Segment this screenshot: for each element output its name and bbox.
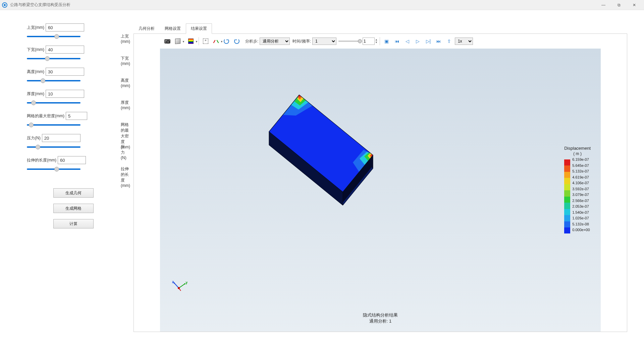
tab-mesh-settings[interactable]: 网格设置 <box>160 23 186 34</box>
minimize-button[interactable]: — <box>596 0 611 10</box>
legend-swatch <box>564 227 570 233</box>
tab-bar: 几何分析 网格设置 结果设置 <box>133 23 627 34</box>
time-freq-select[interactable]: 1 <box>312 38 336 45</box>
top-width-input[interactable] <box>46 23 84 31</box>
mesh-density-label: 网格的最大密度(mm) <box>27 113 64 119</box>
view-mode-button[interactable]: ▼ <box>173 37 182 46</box>
cube-icon <box>175 38 180 44</box>
stretch-length-display: 拉伸的长度(mm) <box>121 166 130 188</box>
skip-first-button[interactable]: ⏮ <box>392 37 402 46</box>
legend-value: 5.132e-08 <box>572 222 590 228</box>
color-legend: Displacement ( m ) 6.159e-075.645e-075.1… <box>564 146 591 234</box>
toolbar-separator <box>380 37 380 45</box>
toolbar-separator <box>199 37 199 45</box>
export-button[interactable]: ⇪ <box>444 37 454 46</box>
bottom-width-display: 下宽(mm) <box>121 56 130 66</box>
legend-value: 4.619e-07 <box>572 175 590 181</box>
axis-z-label: z <box>172 280 174 284</box>
legend-value: 4.106e-07 <box>572 181 590 187</box>
top-width-label: 上宽(mm) <box>27 25 44 30</box>
record-icon: ▣ <box>384 39 389 44</box>
legend-swatch <box>564 172 570 178</box>
step-forward-button[interactable]: ▷| <box>424 37 433 46</box>
titlebar: 公路与桥梁空心支撑结构受压分析 — ⧉ ✕ <box>0 0 644 10</box>
pressure-display: 压力(N) <box>121 144 126 160</box>
spinner-arrows-icon[interactable]: ▲▼ <box>375 39 378 44</box>
legend-swatch <box>564 178 570 184</box>
parameter-panel: 上宽(mm) 上宽(mm) 下宽(mm) 下宽(mm) 高度(mm) 高度(mm… <box>0 10 130 342</box>
pressure-slider[interactable] <box>27 146 80 148</box>
caption-line1: 隐式结构分析结果 <box>363 312 398 318</box>
generate-geometry-button[interactable]: 生成几何 <box>53 188 94 198</box>
generate-mesh-button[interactable]: 生成网格 <box>53 204 94 213</box>
bottom-width-label: 下宽(mm) <box>27 47 44 53</box>
stretch-length-input[interactable] <box>58 156 86 164</box>
rotate-ccw-button[interactable] <box>232 37 241 46</box>
tab-geometry-analysis[interactable]: 几何分析 <box>133 23 160 34</box>
rainbow-icon <box>188 39 194 44</box>
record-button[interactable]: ▣ <box>382 37 391 46</box>
colormap-button[interactable]: ▼ <box>186 37 196 46</box>
thickness-display: 厚度(mm) <box>121 100 130 110</box>
legend-value: 3.079e-07 <box>572 193 590 199</box>
chevron-down-icon: ▼ <box>182 40 185 43</box>
legend-swatch <box>564 190 570 196</box>
height-display: 高度(mm) <box>121 78 130 88</box>
app-title: 公路与桥梁空心支撑结构受压分析 <box>10 2 596 8</box>
step-back-button[interactable]: ◁ <box>403 37 412 46</box>
legend-title: Displacement <box>564 146 591 151</box>
viewer-toolbar: ▼ ▼ ▼ 分析步: 通用分析 时间/频率: 1 ▲▼ ▣ ⏮ ◁ ▷ ▷| ⏭ <box>159 34 627 49</box>
height-label: 高度(mm) <box>27 69 44 75</box>
compute-button[interactable]: 计算 <box>53 219 94 228</box>
analysis-step-select[interactable]: 通用分析 <box>260 38 290 45</box>
mesh-density-input[interactable] <box>66 112 87 120</box>
legend-swatch <box>564 209 570 215</box>
height-slider[interactable] <box>27 80 80 81</box>
mesh-density-slider[interactable] <box>27 124 80 126</box>
time-slider[interactable] <box>338 41 361 42</box>
svg-line-19 <box>179 283 185 288</box>
step-spinner[interactable] <box>363 38 375 45</box>
axis-icon <box>213 39 219 44</box>
step-back-icon: ◁ <box>406 39 409 44</box>
thickness-input[interactable] <box>46 90 84 98</box>
top-width-slider[interactable] <box>27 36 80 37</box>
thickness-slider[interactable] <box>27 102 80 104</box>
close-button[interactable]: ✕ <box>627 0 642 10</box>
legend-swatch <box>564 165 570 172</box>
caption-line2: 通用分析: 1 <box>363 318 398 324</box>
legend-swatch <box>564 159 570 165</box>
legend-color-bar <box>564 159 570 234</box>
maximize-button[interactable]: ⧉ <box>611 0 627 10</box>
top-width-display: 上宽(mm) <box>121 33 130 44</box>
axis-orientation-button[interactable]: ▼ <box>211 37 221 46</box>
legend-value: 3.592e-07 <box>572 187 590 193</box>
legend-value: 2.053e-07 <box>572 204 590 210</box>
tab-result-settings[interactable]: 结果设置 <box>186 23 212 34</box>
height-input[interactable] <box>46 68 84 76</box>
window-controls: — ⧉ ✕ <box>596 0 642 10</box>
playback-speed-select[interactable]: 1x <box>455 38 473 45</box>
bottom-width-input[interactable] <box>46 46 84 54</box>
legend-value: 1.540e-07 <box>572 210 590 216</box>
pressure-input[interactable] <box>42 134 80 142</box>
legend-value: 1.026e-07 <box>572 216 590 222</box>
thickness-label: 厚度(mm) <box>27 91 44 97</box>
bottom-width-slider[interactable] <box>27 58 80 59</box>
play-button[interactable]: ▷ <box>413 37 423 46</box>
chevron-down-icon: ▼ <box>195 40 198 43</box>
rotate-cw-button[interactable] <box>222 37 231 46</box>
legend-value: 5.645e-07 <box>572 163 590 169</box>
stretch-length-slider[interactable] <box>27 168 80 170</box>
legend-value: 5.132e-07 <box>572 169 590 175</box>
result-caption: 隐式结构分析结果 通用分析: 1 <box>363 312 398 324</box>
step-forward-icon: ▷| <box>426 39 431 44</box>
pressure-label: 压力(N) <box>27 135 41 141</box>
skip-last-button[interactable]: ⏭ <box>434 37 443 46</box>
viewer-container: ▼ ▼ ▼ 分析步: 通用分析 时间/频率: 1 ▲▼ ▣ ⏮ ◁ ▷ ▷| ⏭ <box>133 34 627 332</box>
screenshot-button[interactable] <box>163 37 172 46</box>
legend-swatch <box>564 215 570 221</box>
result-canvas[interactable]: z y 隐式结构分析结果 通用分析: 1 Displacement ( m ) … <box>160 49 601 332</box>
fit-view-button[interactable] <box>201 37 210 46</box>
legend-value: 6.159e-07 <box>572 157 590 163</box>
